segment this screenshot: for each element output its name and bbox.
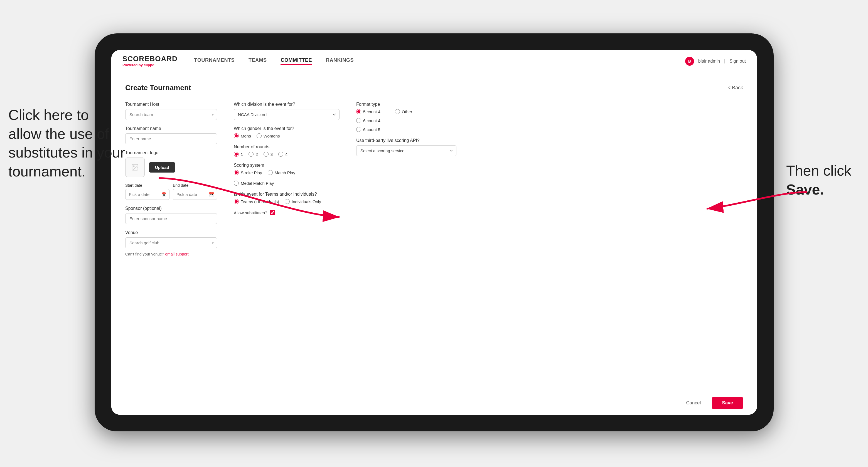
- rounds-3[interactable]: 3: [264, 152, 273, 157]
- upload-button[interactable]: Upload: [149, 162, 175, 173]
- format-6count4[interactable]: 6 count 4: [356, 118, 380, 123]
- nav-logo: SCOREBOARD Powered by clippd: [122, 55, 178, 67]
- tournament-host-input[interactable]: [125, 109, 217, 120]
- api-select-wrapper: Select a scoring service: [356, 145, 456, 156]
- nav-bar: SCOREBOARD Powered by clippd TOURNAMENTS…: [111, 50, 757, 72]
- form-col3: Format type 5 count 4 Other: [356, 102, 456, 256]
- nav-username: blair admin: [698, 59, 720, 64]
- host-dropdown-icon: ▾: [212, 113, 214, 117]
- gender-group: Which gender is the event for? Mens Wome…: [234, 126, 340, 138]
- scoring-label: Scoring system: [234, 163, 340, 168]
- gender-womens[interactable]: Womens: [256, 133, 280, 138]
- rounds-label: Number of rounds: [234, 145, 340, 150]
- logo-brand: clippd: [144, 63, 154, 67]
- sign-out-link[interactable]: Sign out: [730, 59, 746, 64]
- api-label: Use third-party live scoring API?: [356, 138, 456, 143]
- division-label: Which division is the event for?: [234, 102, 340, 107]
- annotation-left: Click here to allow the use of substitut…: [8, 106, 125, 181]
- division-group: Which division is the event for? NCAA Di…: [234, 102, 340, 120]
- page-header: Create Tournament < Back: [125, 84, 743, 92]
- format-options: 5 count 4 Other 6 count 4: [356, 109, 456, 132]
- format-row-1: 5 count 4 Other: [356, 109, 456, 114]
- venue-label: Venue: [125, 230, 217, 235]
- format-6count5[interactable]: 6 count 5: [356, 127, 380, 132]
- nav-separator: |: [724, 59, 725, 64]
- tablet-screen: SCOREBOARD Powered by clippd TOURNAMENTS…: [111, 50, 757, 415]
- format-label: Format type: [356, 102, 456, 107]
- division-select[interactable]: NCAA Division I: [234, 109, 340, 120]
- main-content: Create Tournament < Back Tournament Host…: [111, 72, 757, 391]
- format-row-3: 6 count 5: [356, 127, 456, 132]
- arrow-left: [150, 173, 345, 223]
- tablet-shell: SCOREBOARD Powered by clippd TOURNAMENTS…: [95, 33, 774, 431]
- nav-item-committee[interactable]: COMMITTEE: [281, 57, 312, 65]
- save-button[interactable]: Save: [712, 397, 743, 409]
- tournament-host-label: Tournament Host: [125, 102, 217, 107]
- gender-mens[interactable]: Mens: [234, 133, 251, 138]
- venue-input-wrapper: ▾: [125, 238, 217, 248]
- tournament-name-group: Tournament name: [125, 126, 217, 144]
- rounds-1[interactable]: 1: [234, 152, 243, 157]
- nav-items: TOURNAMENTS TEAMS COMMITTEE RANKINGS: [194, 57, 685, 65]
- nav-item-tournaments[interactable]: TOURNAMENTS: [194, 57, 235, 65]
- venue-help: Can't find your venue? email support: [125, 252, 217, 256]
- svg-point-1: [133, 165, 134, 167]
- nav-right: B blair admin | Sign out: [685, 57, 746, 66]
- format-5count4[interactable]: 5 count 4: [356, 109, 380, 114]
- logo-scoreboard: SCOREBOARD: [122, 55, 178, 62]
- format-row-2: 6 count 4: [356, 118, 456, 123]
- venue-email-link[interactable]: email support: [165, 252, 189, 256]
- nav-avatar: B: [685, 57, 694, 66]
- api-select[interactable]: Select a scoring service: [356, 145, 456, 156]
- format-group: Format type 5 count 4 Other: [356, 102, 456, 132]
- tournament-name-input[interactable]: [125, 133, 217, 144]
- gender-label: Which gender is the event for?: [234, 126, 340, 131]
- back-link[interactable]: < Back: [727, 85, 743, 91]
- venue-group: Venue ▾ Can't find your venue? email sup…: [125, 230, 217, 256]
- page-title: Create Tournament: [125, 84, 191, 92]
- rounds-4[interactable]: 4: [278, 152, 287, 157]
- nav-item-teams[interactable]: TEAMS: [249, 57, 267, 65]
- format-other[interactable]: Other: [395, 109, 412, 114]
- tournament-host-group: Tournament Host ▾: [125, 102, 217, 120]
- nav-item-rankings[interactable]: RANKINGS: [326, 57, 354, 65]
- tournament-logo-label: Tournament logo: [125, 150, 217, 155]
- rounds-radio-group: 1 2 3 4: [234, 152, 340, 157]
- rounds-2[interactable]: 2: [249, 152, 258, 157]
- rounds-group: Number of rounds 1 2: [234, 145, 340, 157]
- venue-dropdown-icon: ▾: [212, 241, 214, 245]
- logo-placeholder: [125, 158, 145, 177]
- arrow-right: [701, 184, 812, 217]
- cancel-button[interactable]: Cancel: [680, 397, 706, 409]
- gender-radio-group: Mens Womens: [234, 133, 340, 138]
- api-group: Use third-party live scoring API? Select…: [356, 138, 456, 156]
- logo-powered: Powered by clippd: [122, 63, 178, 67]
- bottom-bar: Cancel Save: [111, 391, 757, 415]
- venue-input[interactable]: [125, 238, 217, 248]
- tournament-name-label: Tournament name: [125, 126, 217, 131]
